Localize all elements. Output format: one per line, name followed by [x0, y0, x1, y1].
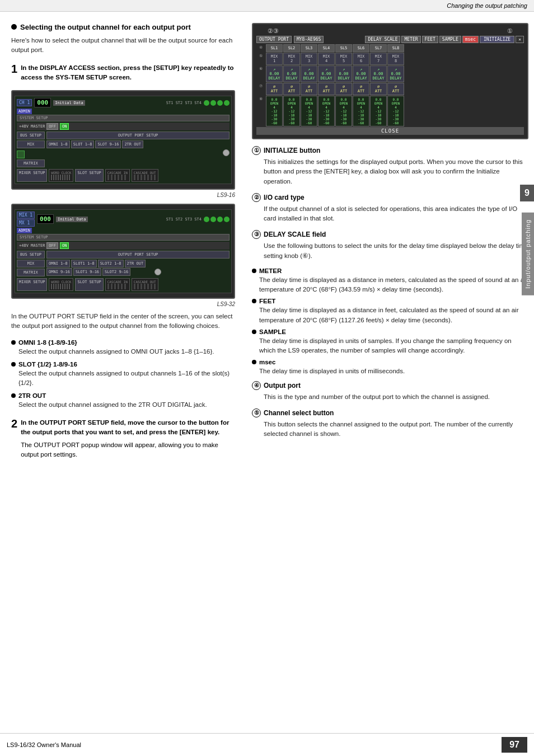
device1-screen: CH 1 000 Initial Data ST1 ST2 ST3 ST4 AD…	[15, 96, 232, 184]
device1-word-clock: WORD CLOCK	[49, 169, 73, 182]
feet-label[interactable]: FEET	[422, 36, 438, 43]
phase-5[interactable]: ∅ATT	[335, 83, 352, 95]
sample-label[interactable]: SAMPLE	[439, 36, 461, 43]
ch-header-5: SL5	[335, 44, 352, 52]
device1-slot2[interactable]: SLOT 9–16	[95, 140, 121, 148]
msec-dot	[252, 360, 256, 364]
device1-on-btn[interactable]: ON	[60, 123, 69, 130]
tr-body: Select the output channel assigned to th…	[11, 400, 235, 410]
phase-4[interactable]: ∅ATT	[318, 83, 335, 95]
device2-master: +48V MASTER OFF ON	[17, 242, 229, 250]
mix-6[interactable]: MIX6	[353, 53, 369, 65]
phase-3[interactable]: ∅ATT	[301, 83, 317, 95]
phase-2[interactable]: ∅ATT	[283, 83, 300, 95]
circle-1: ①	[507, 27, 513, 35]
fader-4[interactable]: 0.0OPEN4-12-18-30-60	[318, 96, 335, 126]
device1-off-btn[interactable]: OFF	[46, 123, 58, 130]
meter-label[interactable]: METER	[401, 36, 420, 43]
meter-dot	[252, 269, 256, 273]
device2-admin: ADMIN	[17, 228, 32, 233]
delay-2: ↗0.00DELAY	[283, 65, 300, 82]
msec-body: The delay time is displayed in units of …	[252, 367, 528, 376]
device1-matrix[interactable]: MATRIX	[17, 159, 45, 167]
device2-on-btn[interactable]: ON	[60, 242, 69, 249]
delay-label: DELAY SCALE	[365, 36, 400, 43]
mix-5[interactable]: MIX5	[335, 53, 352, 65]
fader-8[interactable]: 0.0OPEN4-12-18-30-60	[387, 96, 404, 126]
device2-off-btn[interactable]: OFF	[46, 242, 58, 249]
phase-1[interactable]: ∅ATT	[266, 83, 283, 95]
fader-6[interactable]: 0.0OPEN4-12-18-30-60	[353, 96, 369, 126]
device1-bus-output: BUS SETUP MIX MATRIX OUTPUT PORT SETUP O…	[17, 132, 229, 167]
fader-1[interactable]: 0.0OPEN4-12-18-30-60	[266, 96, 283, 126]
device1-master: +48V MASTER OFF ON	[17, 123, 229, 130]
step1: 1 In the DISPLAY ACCESS section, press t…	[11, 63, 235, 83]
mix-4[interactable]: MIX4	[318, 53, 335, 65]
annotation-4: ④ Output port This is the type and numbe…	[252, 381, 528, 402]
close-x[interactable]: ✕	[516, 36, 524, 43]
step1-content: In the DISPLAY ACCESS section, press the…	[21, 63, 235, 83]
header-title: Changing the output patching	[447, 2, 527, 9]
anno4-circle: ④	[252, 381, 261, 390]
mix-2[interactable]: MIX2	[283, 53, 300, 65]
feet-dot	[252, 299, 256, 303]
close-bar[interactable]: CLOSE	[256, 127, 524, 135]
device2-output-port: OUTPUT PORT SETUP	[46, 251, 229, 259]
chapter-tab: 9	[520, 185, 534, 201]
device2-ch: MIX 1	[17, 212, 35, 219]
mix-1[interactable]: MIX1	[266, 53, 283, 65]
device1-screenshot: CH 1 000 Initial Data ST1 ST2 ST3 ST4 AD…	[11, 90, 235, 190]
device1-mixer-setup: MIXER SETUP WORD CLOCK SLOT SETUP CASCAD…	[17, 169, 229, 182]
anno3-circle: ③	[252, 230, 261, 239]
omni-bullet	[11, 340, 16, 345]
device2-matrix[interactable]: MATRIX	[17, 269, 45, 276]
fader-3[interactable]: 0.0OPEN4-12-18-30-60	[301, 96, 317, 126]
sample-dot	[252, 330, 256, 334]
anno5-body: This button selects the channel assigned…	[252, 420, 528, 439]
device2-2tr[interactable]: 2TR OUT	[125, 260, 146, 267]
device2-word-clock: WORD CLOCK	[49, 278, 73, 291]
device2-ch2: MX 1	[17, 219, 35, 227]
fader-2[interactable]: 0.0OPEN4-12-18-30-60	[283, 96, 300, 126]
fader-7[interactable]: 0.0OPEN4-12-18-30-60	[370, 96, 387, 126]
device2-num: 000	[37, 214, 54, 224]
device2-omni2[interactable]: OMNI 9–16	[46, 268, 72, 276]
tr-title: 2TR OUT	[18, 392, 46, 399]
phase-8[interactable]: ∅ATT	[387, 83, 404, 95]
device2-data: Initial Data	[56, 217, 88, 222]
device2-slot1[interactable]: SLOT1 1–8	[71, 260, 97, 267]
annotation-2: ② I/O card type If the output channel of…	[252, 193, 528, 224]
msec-title: msec	[259, 359, 275, 365]
device1-system-setup: SYSTEM SETUP	[17, 115, 229, 121]
device2-slot1b[interactable]: SLOT1 9–16	[73, 268, 101, 276]
device2-mix[interactable]: MIX	[17, 260, 45, 267]
msec-label[interactable]: msec	[462, 36, 479, 43]
mix-7[interactable]: MIX7	[370, 53, 387, 65]
device2-slot2b[interactable]: SLOT2 9–16	[102, 268, 130, 276]
device1-admin: ADMIN	[17, 109, 32, 114]
delay-1: ↗0.00DELAY	[266, 65, 283, 82]
circle-2: ②	[268, 27, 273, 35]
device2-slot2[interactable]: SLOT2 1–8	[98, 260, 124, 267]
device1-slot1[interactable]: SLOT 1–8	[71, 140, 95, 148]
device2-omni[interactable]: OMNI 1–8	[46, 260, 70, 267]
phase-6[interactable]: ∅ATT	[353, 83, 369, 95]
fader-5[interactable]: 0.0OPEN4-12-18-30-60	[335, 96, 352, 126]
device1-ch: CH 1	[17, 99, 32, 106]
phase-7[interactable]: ∅ATT	[370, 83, 387, 95]
initialize-btn[interactable]: INITIALIZE	[480, 36, 514, 43]
device2-cascade-in: CASCADE IN	[105, 278, 130, 291]
device1-omni[interactable]: OMNI 1–8	[46, 140, 70, 148]
anno3-body: Use the following buttons to select the …	[252, 241, 528, 261]
device1-mix[interactable]: MIX	[17, 140, 45, 148]
annotation-1: ① INITIALIZE button This initializes the…	[252, 146, 528, 186]
delay-6: ↗0.00DELAY	[353, 65, 369, 82]
slot-body: Select the output channels assigned to o…	[11, 369, 235, 388]
right-column: ② ③ ① OUTPUT PORT MY8-AE96S DELAY SCALE …	[246, 23, 528, 468]
delay-8: ↗0.00DELAY	[387, 65, 404, 82]
mix-3[interactable]: MIX3	[301, 53, 317, 65]
mix-8[interactable]: MIX8	[387, 53, 404, 65]
step2: 2 In the OUTPUT PORT SETUP field, move t…	[11, 418, 235, 460]
device2-bus-output: BUS SETUP MIX MATRIX OUTPUT PORT SETUP O…	[17, 251, 229, 276]
device1-2tr[interactable]: 2TR OUT	[122, 140, 143, 148]
